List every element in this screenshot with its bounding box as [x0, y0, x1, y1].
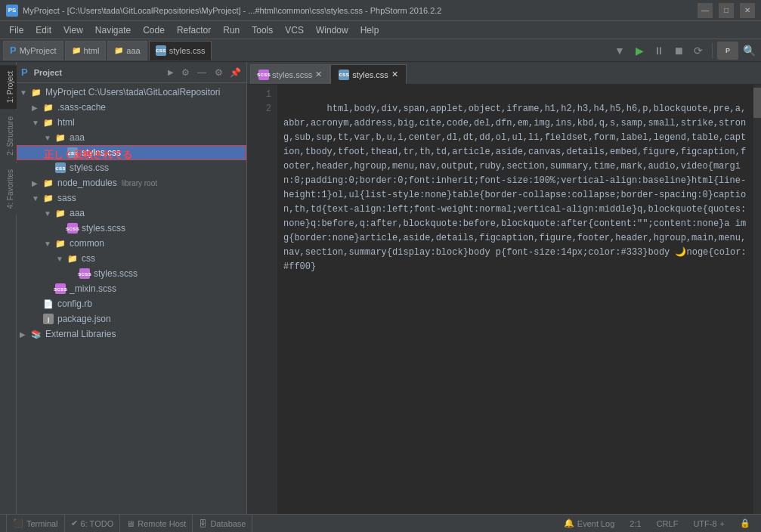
database-icon: 🗄: [199, 519, 207, 528]
menu-help[interactable]: Help: [354, 23, 385, 37]
html-folder-icon: 📁: [42, 116, 54, 128]
encoding[interactable]: UTF-8 +: [688, 519, 729, 528]
panel-tab-structure[interactable]: 2: Structure: [0, 110, 17, 162]
event-log-btn[interactable]: 🔔 Event Log: [559, 518, 620, 528]
sass-aaa-folder-icon: 📁: [54, 207, 67, 219]
title-bar: PS MyProject - [C:\Users\tada\GitLocalRe…: [0, 0, 761, 21]
menu-run[interactable]: Run: [217, 23, 246, 37]
tree-item-sass[interactable]: ▼ 📁 sass: [17, 190, 246, 206]
status-bar: ⬛ Terminal ✔ 6: TODO 🖥 Remote Host 🗄 Dat…: [0, 514, 761, 532]
tree-label-styles-scss-1: styles.scss: [82, 223, 125, 234]
minimize-button[interactable]: —: [698, 3, 713, 18]
todo-label: 6: TODO: [81, 519, 114, 528]
menu-tools[interactable]: Tools: [246, 23, 279, 37]
editor-tab-css-label: styles.css: [352, 70, 388, 79]
project-tab-html-label: html: [84, 46, 100, 55]
tree-item-mixin-scss[interactable]: scss _mixin.scss: [17, 281, 246, 296]
scrollbar-thumb[interactable]: [753, 88, 761, 118]
project-tab-html[interactable]: 📁 html: [65, 41, 107, 60]
tree-item-styles-scss-1[interactable]: scss styles.scss: [17, 221, 246, 236]
collapse-btn[interactable]: —: [195, 66, 209, 79]
tree-item-myproject[interactable]: ▼ 📁 MyProject C:\Users\tada\GitLocalRepo…: [17, 85, 246, 100]
toolbar-btn-2[interactable]: ⏹: [670, 42, 688, 60]
database-status[interactable]: 🗄 Database: [193, 515, 252, 532]
editor-tab-styles-css[interactable]: css styles.css ✕: [330, 64, 407, 84]
tree-item-aaa[interactable]: ▼ 📁 aaa: [17, 130, 246, 145]
menu-view[interactable]: View: [57, 23, 89, 37]
project-tab-styles-label: styles.css: [169, 46, 206, 55]
menu-vcs[interactable]: VCS: [279, 23, 310, 37]
panel-tab-favorites[interactable]: 4: Favorites: [0, 163, 17, 215]
sidebar: P Project ▶ ⚙ — ⚙ 📌 ▼ 📁 MyProject C:\Use…: [17, 62, 247, 514]
dropdown-button[interactable]: ▼: [611, 42, 629, 60]
expand-arrow-external: ▶: [20, 330, 30, 339]
project-tabs-bar: P MyProject 📁 html 📁 aaa css styles.css …: [0, 39, 761, 62]
tree-item-styles-css-2[interactable]: css styles.css: [17, 160, 246, 175]
css-file-icon: css: [156, 45, 166, 56]
tree-item-styles-css-highlighted[interactable]: css styles.css: [17, 145, 246, 160]
sync-btn[interactable]: ⚙: [178, 66, 192, 79]
main-wrapper: 1: Project 2: Structure 4: Favorites P P…: [0, 62, 761, 514]
expand-arrow-common: ▼: [44, 240, 54, 248]
menu-code[interactable]: Code: [137, 23, 171, 37]
editor-scrollbar[interactable]: [753, 85, 761, 514]
tree-label-sass-cache: .sass-cache: [57, 102, 106, 113]
panel-tab-project[interactable]: 1: Project: [0, 65, 17, 109]
project-tab-aaa-label: aaa: [126, 46, 140, 55]
tree-item-sass-aaa[interactable]: ▼ 📁 aaa: [17, 206, 246, 221]
project-tab-aaa[interactable]: 📁 aaa: [107, 41, 147, 60]
project-tab-styles-css[interactable]: css styles.css: [149, 41, 212, 60]
common-folder-icon: 📁: [54, 237, 67, 249]
run-button[interactable]: ▶: [630, 42, 648, 60]
maximize-button[interactable]: □: [719, 3, 734, 18]
css-file-icon-2: css: [54, 162, 67, 174]
settings-icon-btn[interactable]: 🔒: [735, 518, 755, 528]
terminal-status[interactable]: ⬛ Terminal: [6, 515, 65, 532]
expand-arrow: ▼: [20, 88, 30, 97]
tree-item-css-folder[interactable]: ▼ 📁 css: [17, 251, 246, 266]
tree-label-package-json: package.json: [57, 314, 111, 324]
menu-navigate[interactable]: Navigate: [89, 23, 137, 37]
menu-refactor[interactable]: Refactor: [171, 23, 217, 37]
close-css-tab[interactable]: ✕: [391, 70, 398, 79]
toolbar-btn-3[interactable]: ⟳: [689, 42, 707, 60]
tree-item-external-libraries[interactable]: ▶ 📚 External Libraries: [17, 326, 246, 342]
close-scss-tab[interactable]: ✕: [315, 70, 322, 79]
settings-btn[interactable]: ⚙: [212, 66, 225, 79]
code-editor[interactable]: html,body,div,span,applet,object,iframe,…: [277, 85, 753, 514]
toolbar-btn-1[interactable]: ⏸: [650, 42, 668, 60]
window-controls: — □ ✕: [698, 3, 755, 18]
file-tree: ▼ 📁 MyProject C:\Users\tada\GitLocalRepo…: [17, 83, 246, 514]
tree-item-html[interactable]: ▼ 📁 html: [17, 115, 246, 130]
package-json-icon: j: [42, 313, 54, 325]
menu-file[interactable]: File: [3, 23, 29, 37]
tree-item-sass-cache[interactable]: ▶ 📁 .sass-cache: [17, 100, 246, 115]
pin-btn[interactable]: 📌: [228, 66, 242, 79]
tree-item-common[interactable]: ▼ 📁 common: [17, 236, 246, 251]
project-panel-header: P Project ▶ ⚙ — ⚙ 📌: [17, 62, 246, 83]
editor-tab-styles-scss[interactable]: scss styles.scss ✕: [250, 64, 330, 84]
tree-item-styles-scss-2[interactable]: scss styles.scss: [17, 266, 246, 281]
cursor-position[interactable]: 2:1: [625, 519, 645, 528]
close-button[interactable]: ✕: [740, 3, 755, 18]
search-button[interactable]: 🔍: [740, 42, 758, 60]
menu-window[interactable]: Window: [310, 23, 354, 37]
toolbar-btn-profile[interactable]: P: [717, 42, 738, 60]
menu-edit[interactable]: Edit: [29, 23, 57, 37]
line-ending[interactable]: CRLF: [652, 519, 683, 528]
tree-item-package-json[interactable]: j package.json: [17, 311, 246, 326]
tree-label-css-folder: css: [82, 253, 95, 264]
tree-item-config-rb[interactable]: 📄 config.rb: [17, 296, 246, 311]
expand-arrow-node: ▶: [32, 179, 42, 187]
remote-host-icon: 🖥: [126, 519, 135, 528]
aaa-folder-icon: 📁: [54, 131, 67, 144]
encoding-suffix: +: [720, 519, 725, 528]
tree-item-node-modules[interactable]: ▶ 📁 node_modules library root: [17, 175, 246, 190]
todo-status[interactable]: ✔ 6: TODO: [65, 515, 121, 532]
editor-tab-scss-label: styles.scss: [272, 70, 312, 79]
remote-host-status[interactable]: 🖥 Remote Host: [120, 515, 193, 532]
project-tab-myproject[interactable]: P MyProject: [3, 41, 63, 60]
code-line-1: html,body,div,span,applet,object,iframe,…: [283, 104, 747, 272]
library-root-badge: library root: [122, 179, 157, 187]
external-libraries-icon: 📚: [30, 328, 42, 340]
